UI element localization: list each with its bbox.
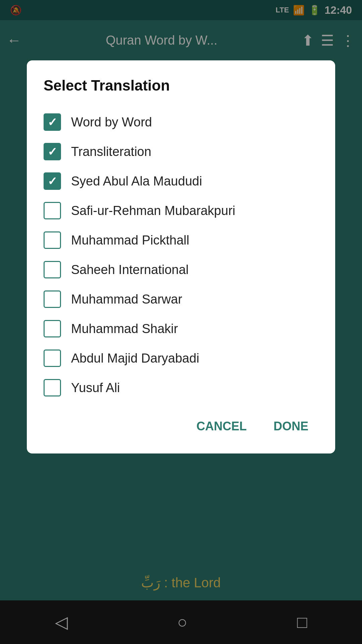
checkbox-3[interactable] [44, 202, 61, 219]
checkbox-label-0: Word by Word [71, 115, 152, 129]
checkbox-label-3: Safi-ur-Rehman Mubarakpuri [71, 204, 235, 218]
checkbox-8[interactable] [44, 350, 61, 367]
checkbox-2[interactable] [44, 172, 61, 190]
checkbox-label-7: Muhammad Shakir [71, 322, 178, 336]
checkbox-label-8: Abdul Majid Daryabadi [71, 351, 199, 366]
checkbox-4[interactable] [44, 231, 61, 249]
translation-item-1[interactable]: Transliteration [44, 137, 318, 166]
translation-item-9[interactable]: Yusuf Ali [44, 373, 318, 402]
checkbox-label-5: Saheeh International [71, 263, 189, 277]
checkbox-label-4: Muhammad Pickthall [71, 233, 189, 248]
translation-item-8[interactable]: Abdul Majid Daryabadi [44, 343, 318, 373]
checkbox-label-2: Syed Abul Ala Maududi [71, 174, 202, 189]
translation-item-0[interactable]: Word by Word [44, 107, 318, 137]
checkbox-0[interactable] [44, 113, 61, 131]
select-translation-dialog: Select Translation Word by WordTranslite… [27, 60, 335, 453]
checkbox-6[interactable] [44, 290, 61, 308]
checkbox-5[interactable] [44, 261, 61, 278]
dialog-buttons: CANCEL DONE [44, 413, 318, 440]
checkbox-label-6: Muhammad Sarwar [71, 292, 182, 307]
done-button[interactable]: DONE [263, 413, 318, 440]
checkbox-label-1: Transliteration [71, 145, 151, 159]
checkbox-1[interactable] [44, 143, 61, 160]
checkbox-7[interactable] [44, 320, 61, 337]
cancel-button[interactable]: CANCEL [186, 413, 257, 440]
translation-item-2[interactable]: Syed Abul Ala Maududi [44, 166, 318, 196]
translation-item-3[interactable]: Safi-ur-Rehman Mubarakpuri [44, 196, 318, 225]
translation-list: Word by WordTransliterationSyed Abul Ala… [44, 107, 318, 402]
checkbox-label-9: Yusuf Ali [71, 381, 120, 395]
translation-item-5[interactable]: Saheeh International [44, 255, 318, 284]
checkbox-9[interactable] [44, 379, 61, 396]
translation-item-6[interactable]: Muhammad Sarwar [44, 284, 318, 314]
translation-item-7[interactable]: Muhammad Shakir [44, 314, 318, 343]
dialog-title: Select Translation [44, 77, 318, 94]
translation-item-4[interactable]: Muhammad Pickthall [44, 225, 318, 255]
